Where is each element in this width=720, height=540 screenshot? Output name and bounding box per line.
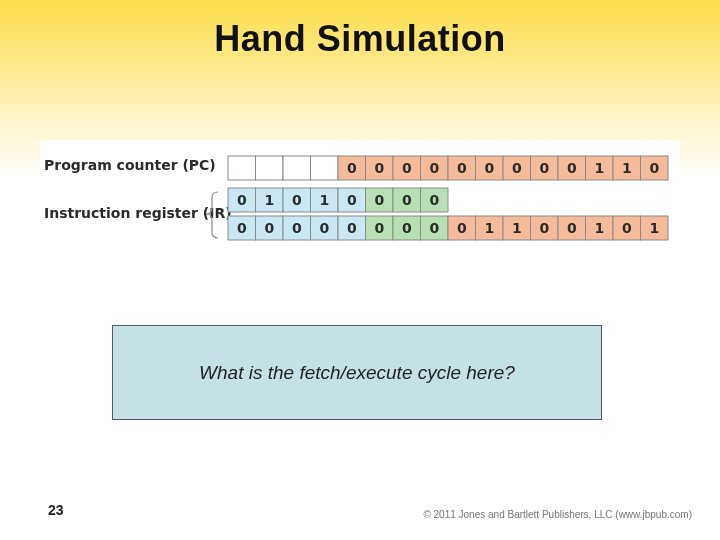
ir-r2-bit: 0 <box>237 220 247 236</box>
pc-bit: 0 <box>539 160 549 176</box>
ir-r2-bit: 1 <box>649 220 659 236</box>
ir-r2-bit: 0 <box>457 220 467 236</box>
ir-r2-bit: 0 <box>374 220 384 236</box>
pc-label: Program counter (PC) <box>44 157 216 173</box>
pc-bit: 0 <box>567 160 577 176</box>
pc-bit: 0 <box>457 160 467 176</box>
ir-r2-bit: 1 <box>484 220 494 236</box>
ir-r2-bit: 1 <box>512 220 522 236</box>
ir-r2-bit: 0 <box>347 220 357 236</box>
ir-r1-bit: 1 <box>319 192 329 208</box>
ir-r1-bit: 1 <box>264 192 274 208</box>
register-diagram: Program counter (PC) Instruction registe… <box>40 140 680 270</box>
page-title: Hand Simulation <box>0 18 720 60</box>
page-number: 23 <box>48 502 64 518</box>
ir-r1-bit: 0 <box>292 192 302 208</box>
ir-r1-bit: 0 <box>402 192 412 208</box>
ir-r2-bit: 0 <box>264 220 274 236</box>
ir-r1-bit: 0 <box>237 192 247 208</box>
pc-bit: 0 <box>484 160 494 176</box>
question-text: What is the fetch/execute cycle here? <box>199 362 515 384</box>
ir-r2-bit: 0 <box>622 220 632 236</box>
pc-cell <box>283 156 311 180</box>
ir-r2-bit: 0 <box>292 220 302 236</box>
ir-r1-bit: 0 <box>429 192 439 208</box>
pc-bit: 0 <box>402 160 412 176</box>
ir-r1-bit: 0 <box>374 192 384 208</box>
ir-r2-bit: 0 <box>539 220 549 236</box>
ir-r2-bit: 1 <box>594 220 604 236</box>
pc-bit: 1 <box>594 160 604 176</box>
ir-r2-bit: 0 <box>319 220 329 236</box>
ir-r1-bit: 0 <box>347 192 357 208</box>
pc-bit: 0 <box>347 160 357 176</box>
pc-bit: 1 <box>622 160 632 176</box>
pc-bit: 0 <box>649 160 659 176</box>
pc-cell <box>228 156 256 180</box>
ir-r2-bit: 0 <box>567 220 577 236</box>
question-box: What is the fetch/execute cycle here? <box>112 325 602 420</box>
ir-label: Instruction register (IR) <box>44 205 232 221</box>
pc-cell <box>256 156 284 180</box>
pc-bit: 0 <box>512 160 522 176</box>
pc-cell <box>311 156 339 180</box>
ir-r2-bit: 0 <box>402 220 412 236</box>
ir-r2-bit: 0 <box>429 220 439 236</box>
pc-bit: 0 <box>429 160 439 176</box>
copyright: © 2011 Jones and Bartlett Publishers, LL… <box>423 509 692 520</box>
pc-bit: 0 <box>374 160 384 176</box>
